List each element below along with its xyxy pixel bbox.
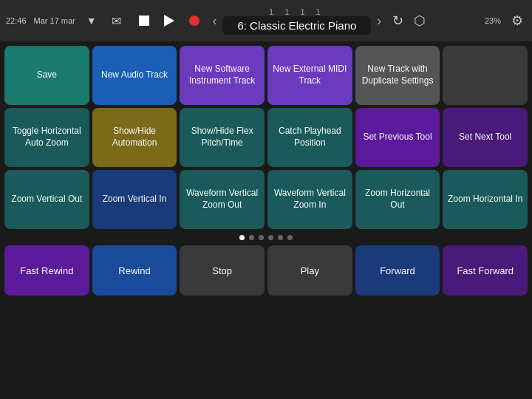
track-name: 6: Classic Electric Piano — [222, 16, 371, 35]
record-button[interactable] — [184, 10, 205, 31]
top-bar-right: 23% ⚙ — [437, 12, 526, 30]
grid-row-1: Toggle Horizontal Auto Zoom Show/Hide Au… — [4, 108, 528, 167]
track-navigator: ‹ 1 1 1 1 6: Classic Electric Piano › — [209, 7, 384, 35]
dot-2[interactable] — [249, 235, 254, 240]
empty-cell-0 — [443, 46, 528, 105]
new-track-duplicate-button[interactable]: New Track with Duplicate Settings — [355, 46, 440, 105]
dot-5[interactable] — [278, 235, 283, 240]
forward-button[interactable]: Forward — [355, 245, 440, 296]
play-button[interactable] — [159, 10, 180, 31]
time-display-block: 1 1 1 1 6: Classic Electric Piano — [222, 7, 371, 35]
waveform-vertical-zoom-in-button[interactable]: Waveform Vertical Zoom In — [267, 170, 352, 229]
date-display: Mar 17 mar — [34, 16, 75, 25]
play-icon — [164, 15, 174, 27]
loop-icon: ↻ — [392, 13, 403, 29]
menu-icon-button[interactable]: ✉ — [108, 12, 126, 30]
command-grid: Save New Audio Track New Software Instru… — [0, 41, 532, 229]
save-button[interactable]: Save — [4, 46, 89, 105]
grid-row-0: Save New Audio Track New Software Instru… — [4, 46, 528, 105]
battery-wifi-status: 23% — [485, 16, 501, 25]
show-hide-automation-button[interactable]: Show/Hide Automation — [92, 108, 177, 167]
toggle-horizontal-auto-zoom-button[interactable]: Toggle Horizontal Auto Zoom — [4, 108, 89, 167]
envelope-icon: ✉ — [112, 14, 121, 28]
new-software-instrument-track-button[interactable]: New Software Instrument Track — [180, 46, 265, 105]
dot-1[interactable] — [239, 235, 245, 240]
bottom-transport-row: Fast Rewind Rewind Stop Play Forward Fas… — [0, 245, 532, 300]
stop-icon — [139, 16, 149, 26]
bounce-button[interactable]: ⬡ — [411, 12, 429, 30]
loop-button[interactable]: ↻ — [389, 12, 406, 30]
time-display: 22:46 — [6, 16, 27, 25]
dropdown-arrow-icon: ▼ — [86, 15, 97, 27]
waveform-vertical-zoom-out-button[interactable]: Waveform Vertical Zoom Out — [180, 170, 265, 229]
set-previous-tool-button[interactable]: Set Previous Tool — [355, 108, 440, 167]
catch-playhead-position-button[interactable]: Catch Playhead Position — [267, 108, 352, 167]
prev-track-button[interactable]: ‹ — [209, 10, 219, 32]
grid-row-2: Zoom Vertical Out Zoom Vertical In Wavef… — [4, 170, 528, 229]
next-track-button[interactable]: › — [374, 10, 384, 32]
record-icon — [189, 16, 200, 26]
fast-rewind-button[interactable]: Fast Rewind — [4, 245, 89, 296]
dot-4[interactable] — [268, 235, 273, 240]
zoom-horizontal-in-button[interactable]: Zoom Horizontal In — [443, 170, 528, 229]
gear-icon: ⚙ — [511, 13, 523, 29]
set-next-tool-button[interactable]: Set Next Tool — [443, 108, 528, 167]
new-audio-track-button[interactable]: New Audio Track — [92, 46, 177, 105]
show-hide-flex-pitch-time-button[interactable]: Show/Hide Flex Pitch/Time — [180, 108, 265, 167]
bounce-icon: ⬡ — [414, 13, 426, 29]
zoom-vertical-out-button[interactable]: Zoom Vertical Out — [4, 170, 89, 229]
dot-6[interactable] — [287, 235, 293, 240]
stop-button[interactable] — [134, 10, 154, 31]
rewind-button[interactable]: Rewind — [92, 245, 177, 296]
new-external-midi-track-button[interactable]: New External MIDI Track — [267, 46, 352, 105]
zoom-horizontal-out-button[interactable]: Zoom Horizontal Out — [355, 170, 440, 229]
top-bar-left: 22:46 Mar 17 mar ▼ ✉ — [6, 12, 126, 30]
fast-forward-button[interactable]: Fast Forward — [443, 245, 528, 296]
stop-transport-button[interactable]: Stop — [180, 245, 265, 296]
settings-button[interactable]: ⚙ — [508, 12, 526, 30]
top-bar-center: ‹ 1 1 1 1 6: Classic Electric Piano › ↻ … — [132, 7, 432, 35]
pagination-dots — [0, 231, 532, 244]
zoom-vertical-in-button[interactable]: Zoom Vertical In — [92, 170, 177, 229]
dropdown-menu-button[interactable]: ▼ — [83, 12, 100, 30]
dot-3[interactable] — [259, 235, 264, 240]
play-transport-button[interactable]: Play — [267, 245, 352, 296]
time-numbers: 1 1 1 1 — [269, 7, 325, 16]
top-bar: 22:46 Mar 17 mar ▼ ✉ ‹ 1 1 1 1 6: Classi… — [0, 0, 532, 41]
